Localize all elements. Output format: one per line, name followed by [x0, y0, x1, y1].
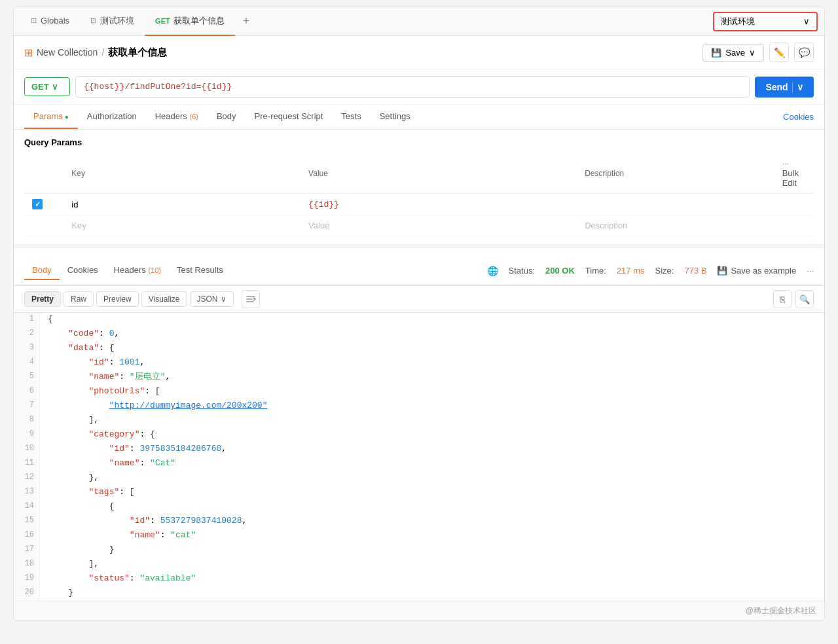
json-line: 11 "name": "Cat"	[14, 457, 824, 471]
tab-request[interactable]: GET 获取单个信息	[145, 7, 235, 36]
params-section: Query Params Key Value Description ··· B…	[14, 130, 824, 244]
more-options-icon[interactable]: ···	[807, 266, 814, 276]
copy-button[interactable]: ⎘	[773, 290, 792, 308]
tab-pre-request-script[interactable]: Pre-request Script	[246, 105, 333, 129]
save-as-example-button[interactable]: 💾 Save as example	[717, 266, 796, 276]
params-table: Key Value Description ··· Bulk Edit id	[24, 154, 814, 236]
key-column-header: Key	[64, 154, 301, 194]
save-chevron-icon: ∨	[749, 48, 756, 58]
description-column-header: Description	[577, 154, 774, 194]
json-line: 2 "code": 0,	[14, 327, 824, 342]
save-icon: 💾	[711, 48, 721, 58]
send-button[interactable]: Send ∨	[755, 77, 814, 98]
param-key[interactable]: id	[64, 194, 301, 215]
param-value-placeholder[interactable]: Value	[308, 221, 329, 230]
json-line: 1{	[14, 313, 824, 327]
globe-icon: 🌐	[487, 266, 498, 276]
param-description[interactable]	[577, 194, 774, 215]
param-value[interactable]: {{id}}	[308, 200, 339, 209]
param-checkbox[interactable]	[32, 199, 43, 209]
response-tabs-bar: Body Cookies Headers (10) Test Results 🌐…	[14, 256, 824, 286]
table-row: id {{id}}	[24, 194, 814, 215]
breadcrumb-separator: /	[101, 47, 104, 58]
method-chevron-icon: ∨	[52, 82, 58, 92]
watermark: @稀土掘金技术社区	[14, 601, 824, 620]
visualize-button[interactable]: Visualize	[141, 291, 187, 307]
env-selector[interactable]: 测试环境 ∨	[713, 12, 818, 31]
json-line: 16 "name": "cat"	[14, 529, 824, 543]
toolbar-actions: 💾 Save ∨ ✏️ 💬	[702, 43, 814, 62]
save-button[interactable]: 💾 Save ∨	[702, 44, 764, 62]
env-icon: ⊡	[90, 16, 96, 25]
tab-headers[interactable]: Headers (6)	[146, 105, 208, 129]
chevron-down-icon: ∨	[803, 16, 810, 26]
status-value: 200 OK	[545, 266, 575, 276]
response-meta: 🌐 Status: 200 OK Time: 217 ms Size: 773 …	[487, 266, 814, 276]
tab-env[interactable]: ⊡ 测试环境	[80, 7, 145, 36]
params-dot: ●	[65, 113, 69, 120]
json-line: 17 }	[14, 543, 824, 558]
edit-button[interactable]: ✏️	[769, 43, 789, 62]
json-line: 19 "status": "available"	[14, 572, 824, 586]
json-line: 7 "http://dummyimage.com/200x200"	[14, 399, 824, 414]
json-line: 12 },	[14, 471, 824, 486]
size-value: 773 B	[684, 266, 706, 276]
size-label: Size:	[655, 266, 674, 276]
tab-params[interactable]: Params●	[24, 105, 78, 129]
json-line: 13 "tags": [	[14, 486, 824, 500]
raw-button[interactable]: Raw	[64, 291, 94, 307]
resp-tab-test-results[interactable]: Test Results	[169, 261, 231, 280]
pretty-button[interactable]: Pretty	[24, 291, 61, 307]
resp-tab-cookies[interactable]: Cookies	[60, 261, 106, 280]
tab-authorization[interactable]: Authorization	[78, 105, 146, 129]
wrap-icon-button[interactable]	[242, 290, 260, 308]
json-line: 10 "id": 3975835184286768,	[14, 442, 824, 457]
resp-tab-headers[interactable]: Headers (10)	[106, 261, 169, 280]
json-line: 8 ],	[14, 414, 824, 428]
send-chevron-icon: ∨	[792, 82, 803, 92]
json-line: 18 ],	[14, 558, 824, 572]
query-params-title: Query Params	[24, 137, 814, 147]
time-label: Time:	[585, 266, 606, 276]
page-title: 获取单个信息	[108, 46, 167, 59]
time-value: 217 ms	[617, 266, 645, 276]
json-response-body: 1{ 2 "code": 0, 3 "data": { 4 "id": 1001…	[14, 313, 824, 601]
breadcrumb-bar: ⊞ New Collection / 获取单个信息 💾 Save ∨ ✏️ 💬	[14, 36, 824, 69]
tab-tests[interactable]: Tests	[332, 105, 370, 129]
save-example-icon: 💾	[717, 266, 727, 276]
tab-body[interactable]: Body	[208, 105, 246, 129]
resp-tab-body[interactable]: Body	[24, 261, 60, 280]
value-column-header: Value	[301, 154, 577, 194]
cookies-link[interactable]: Cookies	[783, 112, 814, 122]
request-tabs: Params● Authorization Headers (6) Body P…	[14, 105, 824, 130]
globals-icon: ⊡	[31, 16, 37, 25]
json-line: 15 "id": 5537279837410028,	[14, 514, 824, 529]
format-bar: Pretty Raw Preview Visualize JSON ∨ ⎘ 🔍	[14, 286, 824, 313]
format-select[interactable]: JSON ∨	[190, 291, 234, 307]
json-line: 20 }	[14, 586, 824, 601]
tab-bar: ⊡ Globals ⊡ 测试环境 GET 获取单个信息 + 测试环境 ∨	[14, 7, 824, 36]
format-actions: ⎘ 🔍	[773, 290, 814, 308]
url-input[interactable]	[75, 76, 750, 98]
tab-globals[interactable]: ⊡ Globals	[20, 7, 80, 36]
json-line: 4 "id": 1001,	[14, 356, 824, 370]
url-bar: GET ∨ Send ∨	[14, 69, 824, 105]
param-key-placeholder[interactable]: Key	[71, 221, 86, 230]
status-label: Status:	[509, 266, 535, 276]
preview-button[interactable]: Preview	[96, 291, 139, 307]
format-chevron-icon: ∨	[221, 295, 227, 304]
json-line: 5 "name": "层电立",	[14, 370, 824, 385]
bulk-edit-button[interactable]: Bulk Edit	[782, 168, 799, 188]
add-tab-button[interactable]: +	[235, 14, 258, 28]
json-line: 6 "photoUrls": [	[14, 385, 824, 399]
tab-settings[interactable]: Settings	[371, 105, 420, 129]
table-row-empty: Key Value Description	[24, 215, 814, 236]
json-line: 9 "category": {	[14, 428, 824, 442]
method-select[interactable]: GET ∨	[24, 77, 70, 96]
param-desc-placeholder[interactable]: Description	[585, 221, 627, 230]
json-line: 3 "data": {	[14, 342, 824, 356]
json-line: 14 {	[14, 500, 824, 514]
search-button[interactable]: 🔍	[795, 290, 814, 308]
collection-icon: ⊞	[24, 46, 33, 59]
comment-button[interactable]: 💬	[794, 43, 814, 62]
